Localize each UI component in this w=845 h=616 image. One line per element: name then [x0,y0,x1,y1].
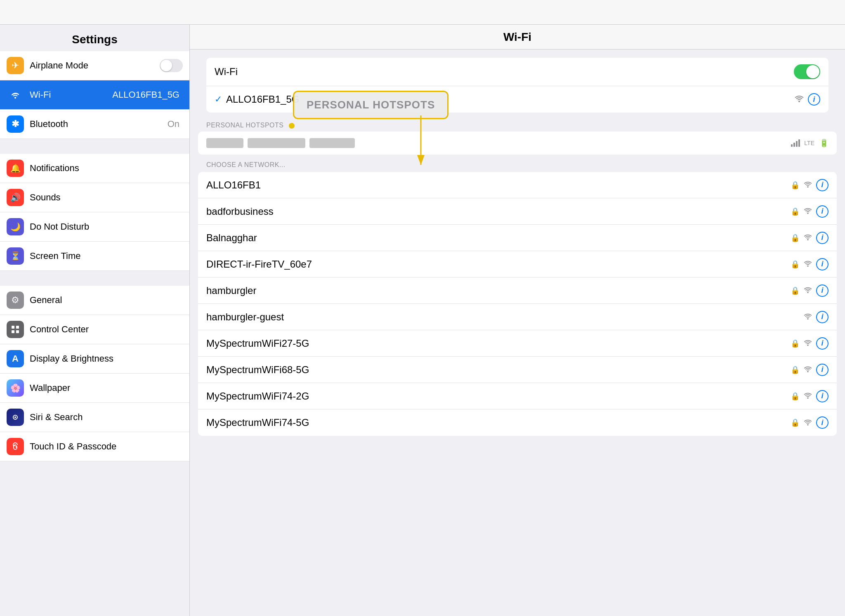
airplane-mode-label: Airplane Mode [30,60,160,71]
info-btn-5[interactable]: i [816,311,828,323]
network-icons-7: 🔒 i [791,364,828,376]
siri-icon [7,409,24,426]
network-name-8: MySpectrumWiFi74-2G [206,390,791,402]
lock-icon-6: 🔒 [791,339,800,348]
lock-icon-4: 🔒 [791,286,800,295]
choose-network-label: CHOOSE A NETWORK... [190,155,845,172]
bar-3 [796,141,798,147]
network-name-6: MySpectrumWiFi27-5G [206,338,791,349]
touch-id-icon [7,438,24,455]
wifi-row-label: Wi-Fi [215,66,794,78]
info-btn-4[interactable]: i [816,284,828,297]
info-btn-2[interactable]: i [816,232,828,244]
network-row-9[interactable]: MySpectrumWiFi74-5G 🔒 i [198,409,837,436]
sidebar-item-control-center[interactable]: Control Center [0,315,189,344]
general-label: General [30,295,183,306]
airplane-mode-toggle[interactable] [160,59,183,72]
do-not-disturb-label: Do Not Disturb [30,221,183,232]
separator-2 [0,271,189,286]
network-icons-2: 🔒 i [791,232,828,244]
network-row-3[interactable]: DIRECT-ir-FireTV_60e7 🔒 i [198,251,837,277]
network-row-2[interactable]: Balnagghar 🔒 i [198,225,837,251]
sidebar-item-wallpaper[interactable]: 🌸 Wallpaper [0,374,189,403]
info-btn-0[interactable]: i [816,179,828,191]
network-row-4[interactable]: hamburgler 🔒 i [198,277,837,304]
lock-icon-3: 🔒 [791,260,800,269]
wifi-toggle[interactable] [794,64,820,79]
network-icons-6: 🔒 i [791,337,828,350]
blur-block-3 [309,138,355,148]
wifi-label: Wi-Fi [30,89,112,100]
sidebar-item-bluetooth[interactable]: ✱ Bluetooth On [0,110,189,139]
network-name-5: hamburgler-guest [206,311,804,323]
network-row-1[interactable]: badforbusiness 🔒 i [198,198,837,225]
info-btn-7[interactable]: i [816,364,828,376]
airplane-mode-icon: ✈ [7,57,24,74]
sidebar-item-general[interactable]: ⚙ General [0,286,189,315]
hotspot-dot-indicator [289,123,295,129]
bluetooth-icon: ✱ [7,115,24,133]
network-name-9: MySpectrumWiFi74-5G [206,417,791,428]
lock-icon-9: 🔒 [791,418,800,427]
svg-rect-0 [12,326,14,329]
info-btn-3[interactable]: i [816,258,828,270]
info-btn-8[interactable]: i [816,390,828,402]
do-not-disturb-icon: 🌙 [7,218,24,235]
sidebar-item-wifi[interactable]: Wi-Fi ALLO16FB1_5G [0,80,189,110]
screen-time-label: Screen Time [30,251,183,261]
personal-hotspots-callout-box: PERSONAL HOTSPOTS [293,91,448,119]
wifi-signal-5 [804,312,812,322]
wifi-signal-1 [804,207,812,216]
info-btn-9[interactable]: i [816,416,828,429]
network-row-0[interactable]: ALLO16FB1 🔒 i [198,172,837,198]
bluetooth-label: Bluetooth [30,119,168,129]
svg-point-5 [14,416,16,418]
battery-icon: 🔋 [819,139,828,148]
sidebar-item-display-brightness[interactable]: A Display & Brightness [0,344,189,374]
wifi-signal-3 [804,259,812,269]
network-name-3: DIRECT-ir-FireTV_60e7 [206,259,791,270]
sidebar-item-touch-id[interactable]: Touch ID & Passcode [0,432,189,461]
network-row-8[interactable]: MySpectrumWiFi74-2G 🔒 i [198,383,837,409]
network-icons-8: 🔒 i [791,390,828,402]
sidebar-item-airplane-mode[interactable]: ✈ Airplane Mode [0,51,189,80]
screen-time-icon: ⏳ [7,247,24,265]
lock-icon-2: 🔒 [791,233,800,242]
info-btn-1[interactable]: i [816,205,828,218]
airplane-mode-toggle-knob [161,60,172,71]
bar-1 [791,144,793,147]
sidebar-item-sounds[interactable]: 🔊 Sounds [0,183,189,212]
sidebar-item-do-not-disturb[interactable]: 🌙 Do Not Disturb [0,212,189,242]
network-row-6[interactable]: MySpectrumWiFi27-5G 🔒 i [198,330,837,357]
lock-icon-7: 🔒 [791,365,800,374]
content-pane: Wi-Fi Wi-Fi ✓ ALLO16FB1_5G [190,25,845,616]
separator-1 [0,139,189,154]
wallpaper-label: Wallpaper [30,383,183,393]
network-row-5[interactable]: hamburgler-guest i [198,304,837,330]
connected-network-icons: i [795,93,820,106]
main-layout: Settings ✈ Airplane Mode Wi [0,25,845,616]
connected-network-info-btn[interactable]: i [808,93,820,106]
info-btn-6[interactable]: i [816,337,828,350]
network-row-7[interactable]: MySpectrumWiFi68-5G 🔒 i [198,357,837,383]
network-icons-3: 🔒 i [791,258,828,270]
wifi-signal-7 [804,365,812,374]
network-name-0: ALLO16FB1 [206,179,791,191]
sidebar-section-connectivity: ✈ Airplane Mode Wi-Fi ALLO16FB1_5G [0,51,189,139]
display-brightness-label: Display & Brightness [30,353,183,364]
blur-block-2 [248,138,305,148]
control-center-label: Control Center [30,324,183,335]
sidebar-item-notifications[interactable]: 🔔 Notifications [0,154,189,183]
personal-hotspots-section-label: PERSONAL HOTSPOTS [190,117,845,132]
sounds-label: Sounds [30,192,183,203]
wallpaper-icon: 🌸 [7,379,24,397]
sidebar-item-siri-search[interactable]: Siri & Search [0,403,189,432]
sidebar-item-screen-time[interactable]: ⏳ Screen Time [0,242,189,271]
wifi-value: ALLO16FB1_5G [112,89,179,100]
content-wrapper: Wi-Fi ✓ ALLO16FB1_5G [190,58,845,436]
network-icons-9: 🔒 i [791,416,828,429]
svg-rect-2 [12,330,14,333]
network-icons-5: i [804,311,828,323]
general-icon: ⚙ [7,292,24,309]
wifi-toggle-row[interactable]: Wi-Fi [206,58,828,86]
